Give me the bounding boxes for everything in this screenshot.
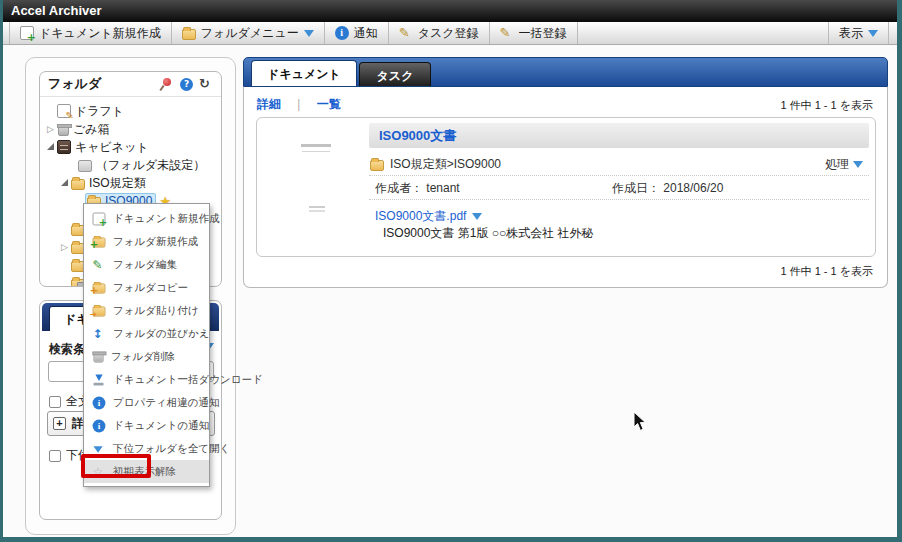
folder-grey-icon (78, 160, 92, 172)
creator-field: 作成者： tenant (375, 180, 460, 197)
menu-item-2[interactable]: フォルダ新規作成 (84, 230, 209, 253)
menu-item-label: フォルダ貼り付け (113, 304, 198, 318)
app-window: Accel Archiver ドキュメント新規作成フォルダメニュー通知タスク登録… (3, 0, 897, 537)
toolbar-button-4[interactable]: タスク登録 (389, 22, 490, 44)
toolbar-button-5[interactable]: 一括登録 (490, 22, 578, 44)
menu-item-7[interactable]: フォルダ削除 (84, 345, 209, 368)
doc-new-icon (20, 26, 34, 40)
result-count-top: 1 件中 1 - 1 を表示 (780, 98, 873, 113)
info-icon (93, 396, 106, 409)
detail-view-link[interactable]: 詳細 (257, 96, 281, 113)
file-link[interactable]: ISO9000文書.pdf (375, 208, 466, 225)
info-icon (93, 419, 106, 432)
folder-icon (71, 179, 85, 190)
process-menu-button[interactable]: 処理 (825, 156, 863, 173)
created-date-field: 作成日： 2018/06/20 (612, 180, 723, 197)
toolbar-button-label: 一括登録 (519, 25, 567, 42)
tab-document[interactable]: ドキュメント (251, 60, 357, 86)
toolbar-button-label: タスク登録 (418, 25, 479, 42)
tree-item-label: ISO規定類 (89, 175, 146, 192)
menu-item-12[interactable]: 初期表示解除 (84, 460, 209, 483)
trash-icon (93, 353, 103, 362)
folder-panel-title: フォルダ (48, 75, 154, 93)
created-date-value: 2018/06/20 (663, 181, 723, 195)
view-links: 詳細 ｜ 一覧 (257, 96, 341, 113)
expand-arrow-icon[interactable] (44, 120, 57, 138)
menu-item-label: フォルダの並びかえ (113, 327, 209, 341)
menu-item-label: ドキュメント新規作成 (113, 212, 219, 226)
cabinet-icon (57, 140, 71, 154)
menu-item-6[interactable]: フォルダの並びかえ (84, 322, 209, 345)
toolbar-display-button[interactable]: 表示 (828, 22, 889, 44)
expand-arrow-icon[interactable] (58, 238, 71, 256)
toolbar-button-1[interactable]: ドキュメント新規作成 (9, 22, 172, 44)
tree-item[interactable]: （フォルダ未設定） (40, 156, 221, 174)
menu-item-1[interactable]: ドキュメント新規作成 (84, 207, 209, 230)
menu-item-label: フォルダ削除 (111, 350, 175, 364)
tree-item-label: （フォルダ未設定） (96, 157, 205, 174)
trash-icon (58, 126, 69, 136)
menu-item-9[interactable]: プロパティ相違の通知 (84, 391, 209, 414)
tree-item[interactable]: ISO規定類 (40, 174, 221, 192)
list-view-link[interactable]: 一覧 (317, 96, 341, 113)
tree-item[interactable]: キャビネット (40, 138, 221, 156)
main-tab-bar: ドキュメントタスク (243, 57, 888, 87)
document-folder-row: ISO規定類>ISO9000 (370, 156, 501, 173)
draft-icon (57, 104, 71, 118)
menu-item-4[interactable]: フォルダコピー (84, 276, 209, 299)
pencil-icon (399, 26, 413, 40)
download-icon (93, 373, 106, 386)
document-list-panel: 詳細 ｜ 一覧 1 件中 1 - 1 を表示 ISO9000文書 ISO規定類>… (243, 87, 888, 288)
subfolder-checkbox[interactable] (49, 450, 61, 462)
toolbar-button-2[interactable]: フォルダメニュー (172, 22, 325, 44)
tree-item-label: ごみ箱 (73, 121, 110, 138)
doc-new-icon (93, 212, 106, 225)
star-outline-icon (93, 465, 106, 478)
folder-icon (370, 160, 384, 171)
document-title-link[interactable]: ISO9000文書 (369, 123, 869, 148)
menu-item-label: プロパティ相違の通知 (113, 396, 219, 410)
menu-item-label: ドキュメント一括ダウンロード (113, 373, 263, 387)
menu-item-10[interactable]: ドキュメントの通知 (84, 414, 209, 437)
tab-task[interactable]: タスク (359, 62, 431, 86)
toolbar-button-3[interactable]: 通知 (325, 22, 389, 44)
menu-item-label: 下位フォルダを全て開く (113, 442, 230, 456)
info-icon (335, 26, 349, 40)
document-folder-path: ISO規定類>ISO9000 (390, 156, 501, 173)
dropdown-caret-icon (868, 30, 878, 37)
toolbar: ドキュメント新規作成フォルダメニュー通知タスク登録一括登録表示 (3, 22, 897, 45)
folder-context-menu: ドキュメント新規作成フォルダ新規作成フォルダ編集フォルダコピーフォルダ貼り付けフ… (83, 203, 210, 487)
tree-item[interactable]: ドラフト (40, 102, 221, 120)
sort-icon (93, 327, 106, 340)
menu-item-3[interactable]: フォルダ編集 (84, 253, 209, 276)
dropdown-caret-icon (304, 30, 314, 37)
tree-item[interactable]: ごみ箱 (40, 120, 221, 138)
toolbar-button-label: フォルダメニュー (201, 25, 299, 42)
toolbar-display-label: 表示 (839, 25, 863, 42)
menu-item-label: フォルダコピー (113, 281, 188, 295)
file-menu-caret-icon[interactable] (472, 213, 482, 220)
menu-item-11[interactable]: 下位フォルダを全て開く (84, 437, 209, 460)
menu-item-label: フォルダ編集 (113, 258, 177, 272)
refresh-icon[interactable] (199, 77, 213, 91)
menu-item-8[interactable]: ドキュメント一括ダウンロード (84, 368, 209, 391)
pencil-icon (500, 26, 514, 40)
collapse-arrow-icon[interactable] (44, 138, 57, 156)
menu-item-5[interactable]: フォルダ貼り付け (84, 299, 209, 322)
collapse-arrow-icon[interactable] (58, 174, 71, 192)
toolbar-button-label: 通知 (354, 25, 378, 42)
toolbar-button-label: ドキュメント新規作成 (39, 25, 161, 42)
menu-item-label: フォルダ新規作成 (113, 235, 198, 249)
folder-panel-header: フォルダ (40, 72, 221, 97)
document-thumbnail (301, 144, 331, 147)
divider (369, 175, 869, 176)
fulltext-checkbox[interactable] (49, 396, 61, 408)
folder-paste-icon (93, 306, 106, 316)
help-icon[interactable] (180, 78, 193, 91)
tree-item-label: ドラフト (75, 103, 124, 120)
pencil-green-icon (93, 258, 106, 271)
window-title: Accel Archiver (3, 0, 897, 22)
document-thumbnail-2 (309, 206, 325, 208)
pin-icon[interactable] (160, 77, 174, 91)
folder-new-icon (93, 237, 106, 247)
